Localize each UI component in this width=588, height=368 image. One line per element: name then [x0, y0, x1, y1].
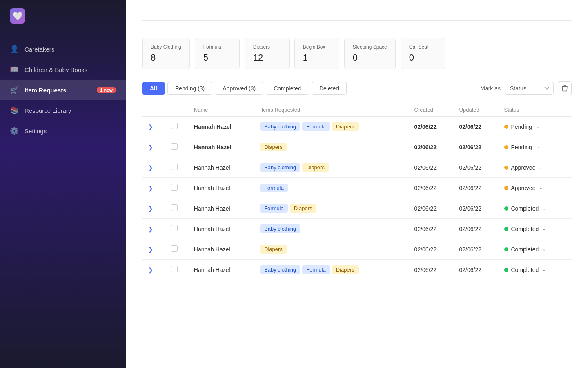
status-dropdown[interactable]: Approved ⌄: [504, 164, 567, 171]
status-select[interactable]: Status Pending Approved Completed Delete…: [505, 82, 554, 95]
updated-date: 02/06/22: [459, 267, 482, 273]
row-checkbox[interactable]: [171, 245, 178, 252]
status-chevron-icon: ⌄: [542, 267, 546, 272]
item-tag: Formula: [302, 122, 330, 131]
row-name: Hannah Hazel: [194, 246, 230, 253]
expand-btn[interactable]: ❯: [147, 144, 154, 151]
mark-as-label: Mark as: [480, 85, 501, 92]
logo-icon: 🤍: [10, 8, 25, 24]
status-dot: [504, 268, 508, 272]
row-checkbox[interactable]: [171, 123, 178, 129]
incomplete-card-diapers: Diapers 12: [245, 38, 290, 69]
expand-cell: ❯: [142, 117, 166, 137]
status-dropdown[interactable]: Approved ⌄: [504, 185, 567, 191]
status-cell[interactable]: Completed ⌄: [499, 198, 572, 219]
created-cell: 02/06/22: [410, 157, 454, 178]
status-chevron-icon: ⌄: [536, 124, 539, 129]
expand-btn[interactable]: ❯: [147, 123, 154, 130]
status-cell[interactable]: Completed ⌄: [499, 239, 572, 260]
status-cell[interactable]: Pending ⌄: [499, 117, 572, 137]
item-tag: Diapers: [260, 245, 287, 254]
sidebar-item-resource-library[interactable]: 📚 Resource Library: [0, 100, 126, 121]
item-tag: Diapers: [290, 204, 316, 213]
status-dropdown[interactable]: Pending ⌄: [504, 144, 567, 150]
checkbox-cell: [166, 198, 189, 219]
status-chevron-icon: ⌄: [536, 144, 539, 150]
items-cell: Baby clothingDiapers: [255, 157, 410, 178]
sidebar-item-caretakers[interactable]: 👤 Caretakers: [0, 39, 126, 59]
status-dropdown[interactable]: Completed ⌄: [504, 267, 567, 273]
card-label: Diapers: [253, 44, 281, 50]
card-label: Car Seat: [409, 44, 437, 50]
row-name: Hannah Hazel: [194, 185, 230, 191]
col-updated: Updated: [454, 103, 499, 117]
created-cell: 02/06/22: [410, 137, 454, 157]
tab-deleted[interactable]: Deleted: [312, 82, 347, 95]
items-cell: Formula: [255, 178, 410, 198]
status-label: Approved: [511, 185, 536, 191]
status-label: Pending: [511, 123, 532, 130]
expand-cell: ❯: [142, 198, 166, 219]
row-checkbox[interactable]: [171, 184, 178, 191]
col-empty: [166, 103, 189, 117]
table-row: ❯Hannah HazelFormulaDiapers02/06/2202/06…: [142, 198, 572, 219]
name-cell: Hannah Hazel: [189, 117, 255, 137]
expand-btn[interactable]: ❯: [147, 164, 154, 171]
status-label: Completed: [511, 226, 539, 232]
resource-library-label: Resource Library: [24, 107, 116, 114]
updated-cell: 02/06/22: [454, 178, 499, 198]
created-date: 02/06/22: [414, 267, 437, 273]
status-chevron-icon: ⌄: [539, 185, 543, 191]
expand-btn[interactable]: ❯: [147, 266, 154, 274]
status-dropdown[interactable]: Pending ⌄: [504, 123, 567, 130]
children-baby-books-label: Children & Baby Books: [24, 66, 116, 73]
expand-btn[interactable]: ❯: [147, 184, 154, 192]
row-checkbox[interactable]: [171, 225, 178, 231]
tab-pending--3-[interactable]: Pending (3): [167, 82, 212, 95]
card-value: 1: [303, 52, 331, 63]
row-checkbox[interactable]: [171, 204, 178, 211]
table-row: ❯Hannah HazelDiapers02/06/2202/06/22 Pen…: [142, 137, 572, 157]
tab-completed[interactable]: Completed: [266, 82, 309, 95]
status-dot: [504, 166, 508, 170]
created-cell: 02/06/22: [410, 178, 454, 198]
created-date: 02/06/22: [414, 226, 437, 232]
sidebar-item-settings[interactable]: ⚙️ Settings: [0, 121, 126, 141]
sidebar-item-children-baby-books[interactable]: 📖 Children & Baby Books: [0, 59, 126, 80]
item-tag: Diapers: [260, 143, 287, 151]
status-cell[interactable]: Completed ⌄: [499, 260, 572, 280]
status-cell[interactable]: Approved ⌄: [499, 178, 572, 198]
tab-all[interactable]: All: [142, 82, 165, 95]
row-name: Hannah Hazel: [194, 144, 232, 150]
status-cell[interactable]: Approved ⌄: [499, 157, 572, 178]
row-checkbox[interactable]: [171, 164, 178, 170]
tab-approved--3-[interactable]: Approved (3): [215, 82, 263, 95]
status-cell[interactable]: Pending ⌄: [499, 137, 572, 157]
status-dot: [504, 145, 508, 149]
sidebar-nav: 👤 Caretakers 📖 Children & Baby Books 🛒 I…: [0, 32, 126, 368]
status-cell[interactable]: Completed ⌄: [499, 219, 572, 239]
status-dropdown[interactable]: Completed ⌄: [504, 246, 567, 253]
incomplete-card-sleeping-space: Sleeping Space 0: [344, 38, 396, 69]
status-dropdown[interactable]: Completed ⌄: [504, 226, 567, 232]
updated-date: 02/06/22: [459, 246, 482, 253]
item-tag: Diapers: [332, 265, 359, 274]
expand-btn[interactable]: ❯: [147, 225, 154, 233]
status-dropdown[interactable]: Completed ⌄: [504, 205, 567, 212]
delete-button[interactable]: [558, 81, 572, 95]
item-tag: Baby clothing: [260, 163, 300, 172]
row-name: Hannah Hazel: [194, 205, 230, 212]
created-cell: 02/06/22: [410, 219, 454, 239]
col-status: Status: [499, 103, 572, 117]
table-row: ❯Hannah HazelBaby clothing02/06/2202/06/…: [142, 219, 572, 239]
row-checkbox[interactable]: [171, 143, 178, 150]
row-checkbox[interactable]: [171, 266, 178, 272]
tabs-bar: AllPending (3)Approved (3)CompletedDelet…: [142, 81, 572, 95]
created-cell: 02/06/22: [410, 239, 454, 260]
expand-btn[interactable]: ❯: [147, 205, 154, 212]
name-cell: Hannah Hazel: [189, 198, 255, 219]
name-cell: Hannah Hazel: [189, 137, 255, 157]
expand-btn[interactable]: ❯: [147, 246, 154, 253]
item-requests-label: Item Requests: [24, 87, 91, 94]
sidebar-item-item-requests[interactable]: 🛒 Item Requests 1 new: [0, 80, 126, 100]
